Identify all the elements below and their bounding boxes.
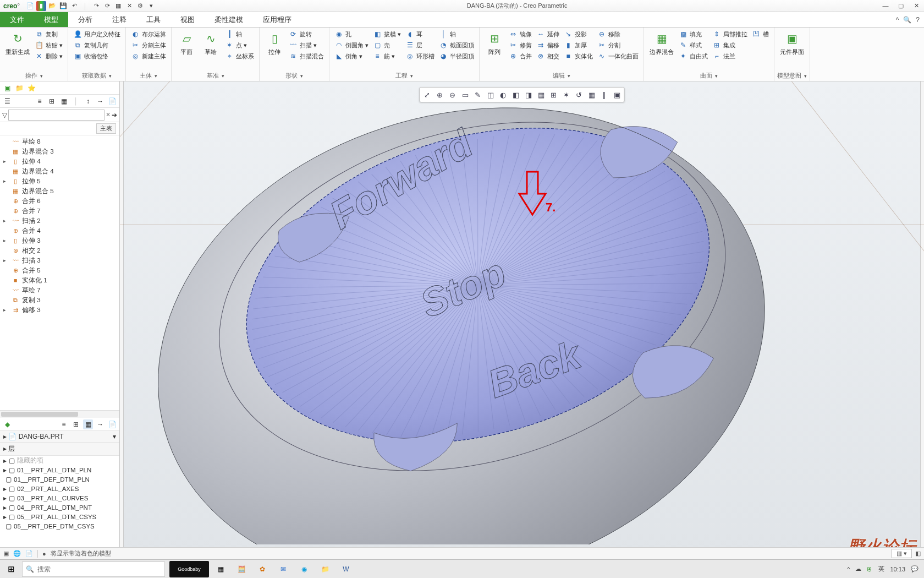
ribbon-粘贴 ▾[interactable]: 📋粘贴 ▾ xyxy=(33,40,64,51)
tree-filter-input[interactable] xyxy=(8,110,105,121)
ribbon-轴[interactable]: ┃轴 xyxy=(223,29,256,40)
tree-header-tab[interactable]: 主表 xyxy=(96,123,116,134)
tab-apps[interactable]: 应用程序 xyxy=(253,12,301,27)
layer-item-7[interactable]: ▢05__PRT_DEF_DTM_CSYS xyxy=(0,521,119,531)
ribbon-移除[interactable]: ⊖移除 xyxy=(596,29,640,40)
graphics-canvas[interactable]: ⤢⊕⊖▭✎◫◐◧◨▦⊞✶↺▦‖▣ xyxy=(120,81,924,566)
tree-list2-icon[interactable]: ⊞ xyxy=(47,96,57,106)
ribbon-坐标系[interactable]: ⌖坐标系 xyxy=(223,51,256,62)
expander-icon[interactable]: ▸ xyxy=(3,218,9,223)
status-geom-icon[interactable]: ◧ xyxy=(915,550,921,557)
expander-icon[interactable]: ▸ xyxy=(3,307,9,313)
layer-list3-icon[interactable]: ▦ xyxy=(83,419,93,429)
ribbon-扫描 ▾[interactable]: 〰扫描 ▾ xyxy=(287,40,326,51)
qat-regen-icon[interactable]: ⟳ xyxy=(102,1,112,11)
ribbon-孔[interactable]: ◉孔 xyxy=(333,29,370,40)
tree-list3-icon[interactable]: ▦ xyxy=(59,96,69,106)
ribbon-复制几何[interactable]: ⧉复制几何 xyxy=(72,40,122,51)
ribbon-删除 ▾[interactable]: ✕删除 ▾ xyxy=(33,51,64,62)
tree-item-4[interactable]: ▸▯拉伸 5 xyxy=(0,176,119,186)
ribbon-用户定义特征[interactable]: 👤用户定义特征 xyxy=(72,29,122,40)
layer-item-1[interactable]: ▸▢01__PRT_ALL_DTM_PLN xyxy=(0,465,119,475)
qat-save-icon[interactable]: 💾 xyxy=(58,1,68,11)
maximize-button[interactable]: ▢ xyxy=(893,2,909,9)
tree-item-3[interactable]: ▦边界混合 4 xyxy=(0,166,119,176)
ribbon-自由式[interactable]: ✦自由式 xyxy=(677,51,710,62)
pin-app-5[interactable]: ◉ xyxy=(295,561,314,577)
tree-item-5[interactable]: ▦边界混合 5 xyxy=(0,186,119,196)
search-help-icon[interactable]: 🔍 xyxy=(903,16,911,24)
ribbon-槽[interactable]: 凹槽 xyxy=(750,29,771,40)
expander-icon[interactable]: ▸ xyxy=(3,159,9,164)
layer-item-4[interactable]: ▸▢03__PRT_ALL_CURVES xyxy=(0,493,119,503)
ribbon-新建主体[interactable]: ◎新建主体 xyxy=(129,51,168,62)
tree-item-1[interactable]: ▦边界混合 3 xyxy=(0,146,119,156)
pin-goodbaby[interactable]: Goodbaby xyxy=(169,561,209,577)
ribbon-截面圆顶[interactable]: ◔截面圆顶 xyxy=(437,40,476,51)
ribbon-合并[interactable]: ⊕合并 xyxy=(507,51,534,62)
ribbon-筋 ▾[interactable]: ≡筋 ▾ xyxy=(371,51,403,62)
qat-redo-icon[interactable]: ↷ xyxy=(91,1,101,11)
tree-list1-icon[interactable]: ≡ xyxy=(35,96,45,106)
expander-icon[interactable]: ▸ xyxy=(3,485,7,493)
ribbon-拉伸[interactable]: ▯拉伸 xyxy=(263,29,286,57)
tray-shield-icon[interactable]: ⛨ xyxy=(867,566,873,572)
layer-item-6[interactable]: ▸▢05__PRT_ALL_DTM_CSYS xyxy=(0,512,119,521)
tree-export-icon[interactable]: 📄 xyxy=(107,96,117,106)
ribbon-层[interactable]: ☰层 xyxy=(404,40,436,51)
ribbon-投影[interactable]: ↘投影 xyxy=(562,29,595,40)
ribbon-局部推拉[interactable]: ⇕局部推拉 xyxy=(711,29,749,40)
expander-icon[interactable]: ▸ xyxy=(3,258,9,263)
close-button[interactable]: ✕ xyxy=(909,2,924,9)
layer-file-row[interactable]: ▸ 📄 DANG-BA.PRT▾ xyxy=(0,431,119,443)
tree-item-16[interactable]: ⧉复制 3 xyxy=(0,295,119,305)
ribbon-拔模 ▾[interactable]: ◧拔模 ▾ xyxy=(371,29,403,40)
ribbon-收缩包络[interactable]: ▣收缩包络 xyxy=(72,51,122,62)
tab-model[interactable]: 模型 xyxy=(34,12,68,27)
layer-item-3[interactable]: ▸▢02__PRT_ALL_AXES xyxy=(0,484,119,493)
taskbar-search[interactable]: 🔍 xyxy=(22,561,165,577)
ribbon-修剪[interactable]: ✂修剪 xyxy=(507,40,534,51)
pin-app-1[interactable]: ▦ xyxy=(211,561,230,577)
qat-undo-icon[interactable]: ↶ xyxy=(69,1,79,11)
ribbon-点 ▾[interactable]: ✶点 ▾ xyxy=(223,40,256,51)
ribbon-扫描混合[interactable]: ≋扫描混合 xyxy=(287,51,326,62)
status-icon-2[interactable]: 🌐 xyxy=(13,550,21,557)
ribbon-倒角 ▾[interactable]: ◣倒角 ▾ xyxy=(333,51,370,62)
tab-tools[interactable]: 工具 xyxy=(136,12,170,27)
tree-tab-fav-icon[interactable]: ⭐ xyxy=(26,83,36,93)
status-icon-1[interactable]: ▣ xyxy=(3,550,9,557)
qat-settings-icon[interactable]: ⚙ xyxy=(135,1,145,11)
ribbon-加厚[interactable]: ▮加厚 xyxy=(562,40,595,51)
tree-item-17[interactable]: ▸⇉偏移 3 xyxy=(0,305,119,315)
taskbar-search-input[interactable] xyxy=(37,565,161,573)
pin-app-2[interactable]: 🧮 xyxy=(232,561,251,577)
layer-export-icon[interactable]: 📄 xyxy=(107,419,117,429)
tree-item-2[interactable]: ▸▯拉伸 4 xyxy=(0,156,119,166)
ribbon-轴[interactable]: │轴 xyxy=(437,29,476,40)
tree-sort-icon[interactable]: ↕ xyxy=(83,96,93,106)
tree-item-7[interactable]: ⊕合并 7 xyxy=(0,206,119,216)
ribbon-倒圆角 ▾[interactable]: ◠倒圆角 ▾ xyxy=(333,40,370,51)
expander-icon[interactable]: ▸ xyxy=(3,466,7,474)
ribbon-实体化[interactable]: ■实体化 xyxy=(562,51,595,62)
start-button[interactable]: ⊞ xyxy=(0,560,22,578)
ribbon-元件界面[interactable]: ▣元件界面 xyxy=(778,29,806,57)
ribbon-偏移[interactable]: ⇉偏移 xyxy=(535,40,561,51)
ribbon-重新生成[interactable]: ↻重新生成 xyxy=(3,29,32,57)
tree-toggle-icon[interactable]: ☰ xyxy=(2,96,12,106)
expander-icon[interactable]: ▸ xyxy=(3,178,9,184)
filter-clear-icon[interactable]: ✕ xyxy=(106,111,111,118)
status-icon-3[interactable]: 📄 xyxy=(25,550,33,557)
ribbon-半径圆顶[interactable]: ◕半径圆顶 xyxy=(437,51,476,62)
tree-tab-model-icon[interactable]: ▣ xyxy=(2,83,12,93)
tree-item-6[interactable]: ⊕合并 6 xyxy=(0,196,119,206)
ribbon-集成[interactable]: ⊞集成 xyxy=(711,40,749,51)
pin-app-7[interactable]: W xyxy=(337,561,355,577)
ribbon-分割[interactable]: ✂分割 xyxy=(596,40,640,51)
ribbon-填充[interactable]: ▩填充 xyxy=(677,29,710,40)
ribbon-延伸[interactable]: ↔延伸 xyxy=(535,29,561,40)
tree-item-15[interactable]: 〰草绘 7 xyxy=(0,285,119,295)
expander-icon[interactable]: ▸ xyxy=(3,513,7,521)
feature-tree[interactable]: 〰草绘 8▦边界混合 3▸▯拉伸 4▦边界混合 4▸▯拉伸 5▦边界混合 5⊕合… xyxy=(0,135,119,410)
